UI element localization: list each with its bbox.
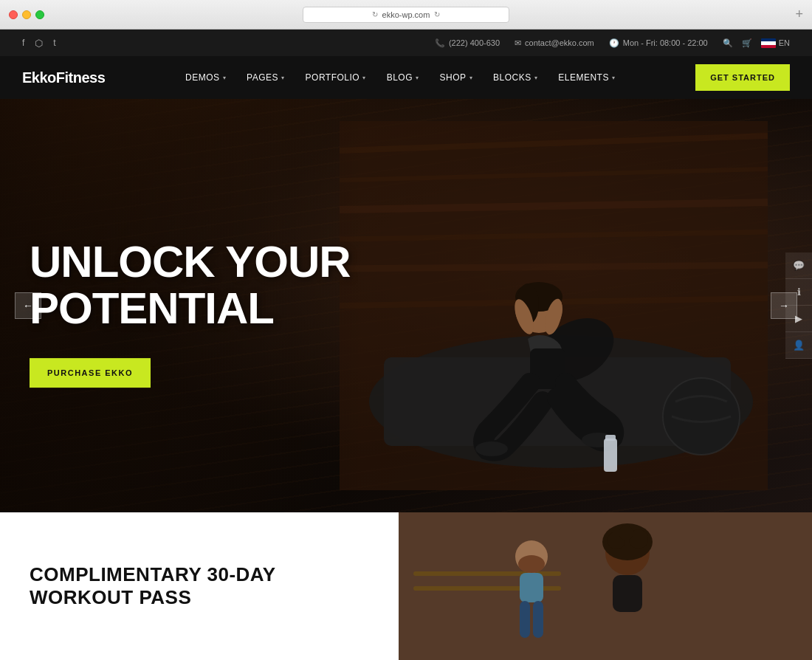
twitter-icon[interactable]: t	[53, 38, 55, 48]
reload-icon-2[interactable]: ↻	[434, 10, 440, 18]
maximize-button[interactable]	[35, 10, 44, 19]
sidebar-icons: 💬 ℹ ▶ 👤	[785, 252, 812, 359]
facebook-icon[interactable]: f	[22, 38, 24, 48]
social-links: f ⬡ t	[22, 38, 56, 49]
svg-rect-20	[604, 439, 617, 472]
cart-icon[interactable]: 🛒	[742, 38, 752, 48]
minimize-button[interactable]	[22, 10, 31, 19]
clock-icon: 🕐	[609, 38, 619, 48]
nav-label-elements: ELEMENTS	[558, 72, 609, 83]
nav-item-portfolio[interactable]: PORTFOLIO ▾	[306, 72, 366, 83]
language-label: EN	[779, 38, 790, 47]
get-started-button[interactable]: GET STARTED	[695, 64, 790, 91]
new-tab-button[interactable]: +	[795, 7, 803, 22]
phone-number: (222) 400-630	[449, 38, 500, 47]
traffic-lights	[9, 10, 44, 19]
nav-item-pages[interactable]: PAGES ▾	[247, 72, 284, 83]
email-icon: ✉	[515, 38, 521, 48]
site-logo[interactable]: EkkoFitness	[22, 69, 105, 86]
email-address: contact@ekko.com	[525, 38, 594, 47]
instagram-icon[interactable]: ⬡	[35, 38, 43, 49]
svg-line-5	[340, 265, 768, 269]
svg-point-16	[475, 441, 508, 456]
nav-item-shop[interactable]: SHOP ▾	[440, 72, 473, 83]
chevron-down-icon: ▾	[534, 75, 538, 81]
chevron-down-icon: ▾	[416, 75, 419, 81]
promo-title-line2: WORKOUT PASS	[30, 586, 369, 609]
promo-box: COMPLIMENTARY 30-DAY WORKOUT PASS	[0, 512, 399, 660]
email-info: ✉ contact@ekko.com	[515, 38, 594, 48]
website-container: f ⬡ t 📞 (222) 400-630 ✉ contact@ekko.com…	[0, 30, 812, 660]
url-text: ekko-wp.com	[382, 10, 430, 19]
hours-info: 🕐 Mon - Fri: 08:00 - 22:00	[609, 38, 708, 48]
play-icon[interactable]: ▶	[785, 306, 812, 332]
address-bar[interactable]: ↻ ekko-wp.com ↻	[303, 7, 509, 23]
business-hours: Mon - Fri: 08:00 - 22:00	[623, 38, 708, 47]
nav-item-elements[interactable]: ELEMENTS ▾	[558, 72, 615, 83]
nav-label-shop: SHOP	[440, 72, 467, 83]
hero-section: UNLOCK YOUR POTENTIAL PURCHASE EKKO ← → …	[0, 99, 812, 512]
nav-label-blog: BLOG	[387, 72, 413, 83]
nav-menu: DEMOS ▾ PAGES ▾ PORTFOLIO ▾ BLOG ▾ SHOP …	[185, 72, 615, 83]
hero-title: UNLOCK YOUR POTENTIAL	[30, 238, 351, 331]
svg-rect-37	[399, 512, 812, 660]
comment-icon[interactable]: 💬	[785, 252, 812, 279]
nav-label-portfolio: PORTFOLIO	[306, 72, 360, 83]
promo-title-line1: COMPLIMENTARY 30-DAY	[30, 563, 369, 586]
nav-item-blocks[interactable]: BLOCKS ▾	[493, 72, 537, 83]
hero-title-line2: POTENTIAL	[30, 283, 274, 333]
promo-title: COMPLIMENTARY 30-DAY WORKOUT PASS	[30, 563, 369, 609]
purchase-button[interactable]: PURCHASE EKKO	[30, 358, 151, 388]
browser-chrome: ↻ ekko-wp.com ↻ +	[0, 0, 812, 30]
hero-title-line1: UNLOCK YOUR	[30, 237, 351, 286]
hero-prev-arrow[interactable]: ←	[15, 292, 41, 319]
language-selector[interactable]: EN	[761, 38, 790, 48]
chevron-down-icon: ▾	[281, 75, 285, 81]
top-bar-info: 📞 (222) 400-630 ✉ contact@ekko.com 🕐 Mon…	[435, 38, 790, 48]
nav-item-demos[interactable]: DEMOS ▾	[185, 72, 226, 83]
chevron-down-icon: ▾	[223, 75, 227, 81]
person-icon[interactable]: 👤	[785, 332, 812, 359]
top-bar-actions: 🔍 🛒 EN	[723, 38, 790, 48]
main-navigation: EkkoFitness DEMOS ▾ PAGES ▾ PORTFOLIO ▾ …	[0, 56, 812, 99]
nav-item-blog[interactable]: BLOG ▾	[387, 72, 419, 83]
nav-label-blocks: BLOCKS	[493, 72, 531, 83]
phone-info: 📞 (222) 400-630	[435, 38, 500, 48]
chevron-down-icon: ▾	[469, 75, 473, 81]
hero-person-illustration	[340, 121, 768, 490]
search-icon[interactable]: 🔍	[723, 38, 733, 48]
hero-content: UNLOCK YOUR POTENTIAL PURCHASE EKKO	[30, 238, 351, 388]
nav-label-pages: PAGES	[247, 72, 278, 83]
svg-rect-21	[605, 435, 616, 441]
gym-scene-svg	[399, 512, 812, 660]
info-icon[interactable]: ℹ	[785, 279, 812, 306]
bottom-section: COMPLIMENTARY 30-DAY WORKOUT PASS	[0, 512, 812, 660]
chevron-down-icon: ▾	[362, 75, 366, 81]
gym-photo	[399, 512, 812, 660]
phone-icon: 📞	[435, 38, 445, 48]
top-bar: f ⬡ t 📞 (222) 400-630 ✉ contact@ekko.com…	[0, 30, 812, 56]
chevron-down-icon: ▾	[612, 75, 616, 81]
flag-icon	[761, 38, 776, 48]
reload-icon[interactable]: ↻	[372, 10, 378, 18]
nav-label-demos: DEMOS	[185, 72, 220, 83]
close-button[interactable]	[9, 10, 18, 19]
